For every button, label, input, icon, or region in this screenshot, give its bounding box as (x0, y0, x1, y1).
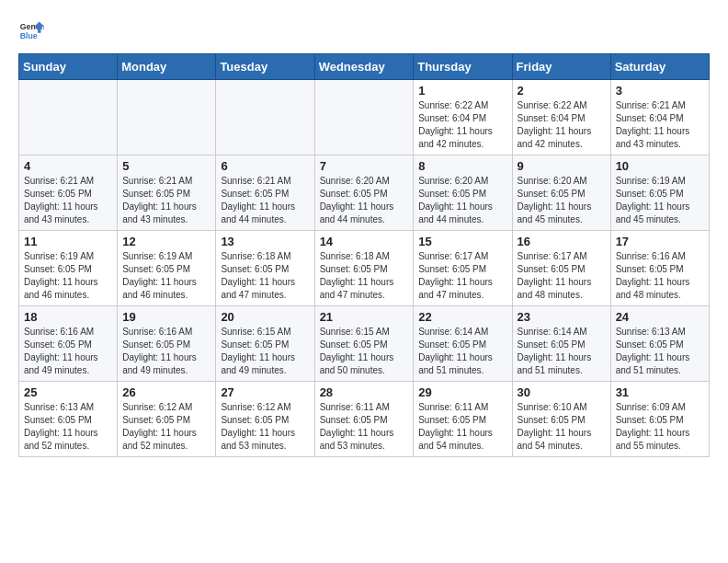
day-info: Sunrise: 6:12 AM (122, 401, 210, 414)
day-number: 4 (24, 159, 112, 173)
day-info: Sunset: 6:05 PM (122, 263, 210, 276)
day-info: Daylight: 11 hours and 47 minutes. (418, 276, 506, 302)
day-number: 3 (616, 84, 704, 98)
day-number: 16 (518, 235, 606, 248)
day-number: 2 (518, 84, 606, 98)
day-info: Sunrise: 6:11 AM (320, 401, 409, 414)
day-info: Sunrise: 6:15 AM (221, 326, 309, 339)
day-info: Sunset: 6:05 PM (418, 339, 506, 351)
calendar-body: 1Sunrise: 6:22 AMSunset: 6:04 PMDaylight… (19, 80, 710, 457)
day-info: Sunset: 6:05 PM (418, 263, 506, 276)
day-number: 25 (24, 385, 112, 399)
day-info: Sunset: 6:05 PM (122, 339, 210, 351)
day-info: Sunrise: 6:20 AM (320, 175, 409, 188)
day-cell (216, 80, 314, 155)
day-cell: 24Sunrise: 6:13 AMSunset: 6:05 PMDayligh… (610, 306, 709, 382)
day-cell: 3Sunrise: 6:21 AMSunset: 6:04 PMDaylight… (610, 80, 709, 155)
day-number: 12 (122, 235, 210, 248)
day-info: Sunset: 6:05 PM (616, 414, 704, 427)
day-cell: 10Sunrise: 6:19 AMSunset: 6:05 PMDayligh… (610, 155, 709, 231)
day-info: Sunrise: 6:12 AM (221, 401, 309, 414)
day-info: Sunrise: 6:18 AM (221, 250, 309, 263)
day-number: 11 (24, 235, 112, 248)
day-number: 27 (221, 385, 309, 399)
day-info: Daylight: 11 hours and 51 minutes. (418, 351, 506, 377)
day-info: Sunset: 6:05 PM (320, 188, 409, 201)
day-info: Sunrise: 6:16 AM (24, 326, 112, 339)
day-number: 13 (221, 235, 309, 248)
day-info: Sunset: 6:05 PM (122, 188, 210, 201)
day-cell: 9Sunrise: 6:20 AMSunset: 6:05 PMDaylight… (512, 155, 610, 231)
day-number: 29 (418, 385, 506, 399)
day-info: Sunrise: 6:21 AM (122, 175, 210, 188)
day-info: Sunrise: 6:14 AM (418, 326, 506, 339)
day-cell (314, 80, 414, 155)
day-cell: 13Sunrise: 6:18 AMSunset: 6:05 PMDayligh… (216, 231, 314, 306)
dow-sunday: Sunday (19, 54, 118, 80)
day-cell: 27Sunrise: 6:12 AMSunset: 6:05 PMDayligh… (216, 382, 314, 457)
day-info: Sunset: 6:05 PM (418, 188, 506, 201)
week-row-2: 4Sunrise: 6:21 AMSunset: 6:05 PMDaylight… (19, 155, 710, 231)
day-info: Sunset: 6:05 PM (616, 339, 704, 351)
day-info: Sunset: 6:04 PM (518, 112, 606, 125)
day-info: Sunrise: 6:16 AM (616, 250, 704, 263)
day-info: Sunset: 6:05 PM (24, 263, 112, 276)
day-info: Sunrise: 6:21 AM (221, 175, 309, 188)
day-info: Sunset: 6:05 PM (24, 339, 112, 351)
day-cell: 7Sunrise: 6:20 AMSunset: 6:05 PMDaylight… (314, 155, 414, 231)
day-number: 30 (518, 385, 606, 399)
day-info: Sunset: 6:04 PM (616, 112, 704, 125)
day-info: Daylight: 11 hours and 43 minutes. (122, 201, 210, 226)
day-cell: 26Sunrise: 6:12 AMSunset: 6:05 PMDayligh… (118, 382, 216, 457)
day-cell: 20Sunrise: 6:15 AMSunset: 6:05 PMDayligh… (216, 306, 314, 382)
day-number: 26 (122, 385, 210, 399)
day-info: Sunset: 6:05 PM (221, 339, 309, 351)
svg-text:Blue: Blue (20, 31, 38, 40)
day-info: Sunset: 6:05 PM (320, 339, 409, 351)
day-info: Sunrise: 6:18 AM (320, 250, 409, 263)
day-info: Sunrise: 6:10 AM (518, 401, 606, 414)
day-cell (118, 80, 216, 155)
day-info: Sunrise: 6:09 AM (616, 401, 704, 414)
day-info: Sunrise: 6:17 AM (418, 250, 506, 263)
week-row-1: 1Sunrise: 6:22 AMSunset: 6:04 PMDaylight… (19, 80, 710, 155)
day-cell: 29Sunrise: 6:11 AMSunset: 6:05 PMDayligh… (414, 382, 512, 457)
week-row-4: 18Sunrise: 6:16 AMSunset: 6:05 PMDayligh… (19, 306, 710, 382)
day-info: Sunset: 6:05 PM (122, 414, 210, 427)
day-info: Sunset: 6:04 PM (418, 112, 506, 125)
day-cell: 21Sunrise: 6:15 AMSunset: 6:05 PMDayligh… (314, 306, 414, 382)
dow-thursday: Thursday (414, 54, 512, 80)
day-info: Sunset: 6:05 PM (518, 414, 606, 427)
day-info: Sunset: 6:05 PM (518, 188, 606, 201)
day-number: 15 (418, 235, 506, 248)
day-info: Daylight: 11 hours and 51 minutes. (616, 351, 704, 377)
day-number: 22 (418, 310, 506, 324)
day-number: 17 (616, 235, 704, 248)
day-info: Sunset: 6:05 PM (616, 263, 704, 276)
day-info: Sunset: 6:05 PM (518, 339, 606, 351)
day-info: Sunset: 6:05 PM (221, 414, 309, 427)
day-cell: 14Sunrise: 6:18 AMSunset: 6:05 PMDayligh… (314, 231, 414, 306)
day-info: Daylight: 11 hours and 49 minutes. (24, 351, 112, 377)
day-info: Sunset: 6:05 PM (418, 414, 506, 427)
day-cell: 15Sunrise: 6:17 AMSunset: 6:05 PMDayligh… (414, 231, 512, 306)
day-info: Daylight: 11 hours and 49 minutes. (221, 351, 309, 377)
week-row-5: 25Sunrise: 6:13 AMSunset: 6:05 PMDayligh… (19, 382, 710, 457)
day-number: 18 (24, 310, 112, 324)
day-info: Sunrise: 6:13 AM (616, 326, 704, 339)
day-cell: 2Sunrise: 6:22 AMSunset: 6:04 PMDaylight… (512, 80, 610, 155)
day-info: Sunrise: 6:14 AM (518, 326, 606, 339)
day-info: Sunrise: 6:22 AM (418, 99, 506, 112)
day-info: Sunrise: 6:21 AM (616, 99, 704, 112)
day-number: 31 (616, 385, 704, 399)
day-info: Sunrise: 6:15 AM (320, 326, 409, 339)
day-cell: 4Sunrise: 6:21 AMSunset: 6:05 PMDaylight… (19, 155, 118, 231)
day-info: Sunrise: 6:13 AM (24, 401, 112, 414)
dow-wednesday: Wednesday (314, 54, 414, 80)
day-info: Daylight: 11 hours and 44 minutes. (320, 201, 409, 226)
day-number: 8 (418, 159, 506, 173)
day-info: Sunset: 6:05 PM (616, 188, 704, 201)
day-cell: 17Sunrise: 6:16 AMSunset: 6:05 PMDayligh… (610, 231, 709, 306)
day-info: Sunset: 6:05 PM (24, 414, 112, 427)
day-info: Sunset: 6:05 PM (24, 188, 112, 201)
